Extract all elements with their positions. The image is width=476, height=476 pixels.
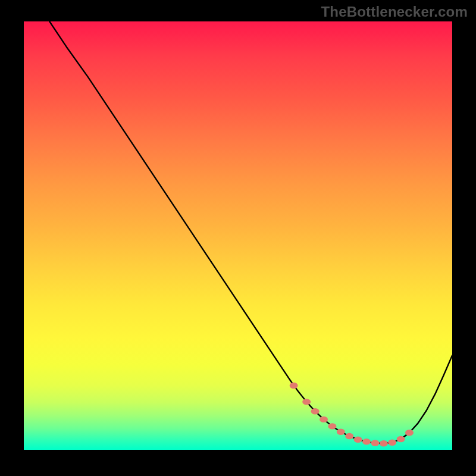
marker-dot	[328, 423, 336, 429]
marker-dot	[354, 437, 362, 443]
marker-dot	[345, 433, 353, 439]
marker-dot	[397, 436, 405, 442]
watermark-text: TheBottlenecker.com	[321, 4, 468, 20]
marker-dot	[302, 399, 311, 405]
plot-area	[24, 21, 452, 450]
marker-dot	[320, 416, 328, 422]
marker-dot	[371, 440, 379, 446]
marker-dot	[380, 440, 388, 446]
bottleneck-curve	[49, 21, 452, 443]
marker-dot	[290, 383, 298, 389]
chart-container: TheBottlenecker.com	[0, 0, 476, 476]
marker-dot	[362, 439, 371, 444]
marker-dot	[311, 408, 320, 414]
marker-cluster	[290, 383, 414, 447]
curve-layer	[24, 21, 452, 450]
marker-dot	[337, 429, 345, 435]
marker-dot	[405, 430, 414, 436]
marker-dot	[388, 440, 396, 446]
